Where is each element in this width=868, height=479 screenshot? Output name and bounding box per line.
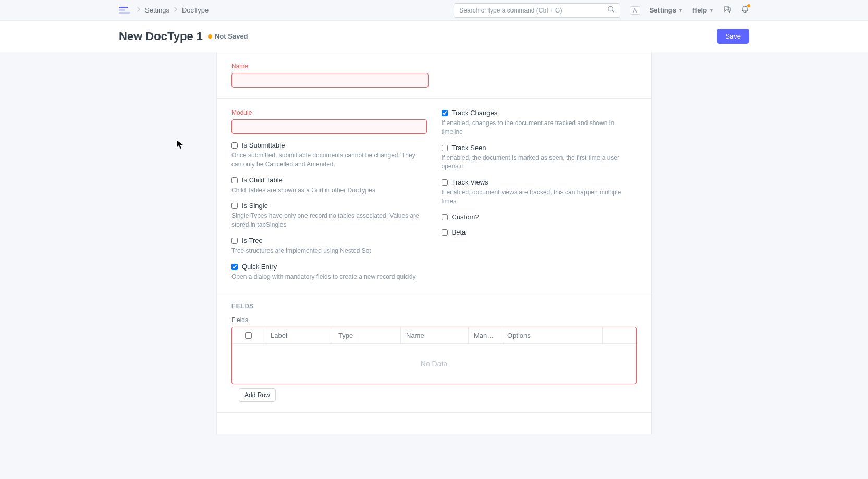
row-is-tree: Is Tree: [231, 237, 427, 244]
label-is-single: Is Single: [242, 202, 268, 210]
search-input[interactable]: [459, 7, 607, 14]
help-is-child-table: Child Tables are shown as a Grid in othe…: [231, 186, 427, 195]
notification-dot: [747, 4, 750, 7]
fields-grid: Label Type Name Manda... Options No Data: [231, 327, 637, 384]
chat-icon[interactable]: [723, 5, 731, 15]
chevron-right-icon: [174, 6, 178, 14]
kbd-shortcut: A: [630, 6, 640, 15]
breadcrumb-doctype[interactable]: DocType: [182, 6, 209, 14]
help-is-single: Single Types have only one record no tab…: [231, 212, 427, 229]
fields-label: Fields: [231, 316, 637, 324]
navbar-right: A Settings ▼ Help ▼: [454, 3, 749, 18]
page-head: New DocType 1 Not Saved Save: [0, 21, 868, 52]
checkbox-track-seen[interactable]: [442, 145, 448, 151]
logo-icon[interactable]: [119, 7, 130, 14]
breadcrumb-settings[interactable]: Settings: [145, 6, 169, 14]
caret-down-icon: ▼: [709, 8, 714, 13]
row-is-submittable: Is Submittable: [231, 141, 427, 149]
label-quick-entry: Quick Entry: [242, 263, 277, 271]
checkbox-custom[interactable]: [442, 214, 448, 220]
section-module: Module Is Submittable Once submitted, su…: [217, 99, 651, 292]
help-track-seen: If enabled, the document is marked as se…: [442, 154, 637, 171]
row-track-changes: Track Changes: [442, 109, 637, 117]
caret-down-icon: ▼: [678, 8, 683, 13]
form-container: Name Module Is Submittable Once submitte…: [216, 52, 652, 434]
checkbox-track-changes[interactable]: [442, 110, 448, 116]
row-custom: Custom?: [442, 213, 637, 221]
help-is-tree: Tree structures are implemented using Ne…: [231, 247, 427, 255]
notification-icon[interactable]: [741, 5, 749, 15]
grid-header-type: Type: [333, 327, 401, 343]
grid-header-action: [603, 327, 636, 343]
navbar-left: Settings DocType: [119, 6, 454, 14]
save-button[interactable]: Save: [717, 29, 749, 44]
grid-header-label: Label: [265, 327, 333, 343]
help-is-submittable: Once submitted, submittable documents ca…: [231, 151, 427, 169]
label-track-views: Track Views: [452, 178, 488, 186]
label-track-changes: Track Changes: [452, 109, 498, 117]
help-track-changes: If enabled, changes to the document are …: [442, 119, 637, 137]
status-dot-icon: [208, 34, 212, 39]
breadcrumb: Settings DocType: [137, 6, 209, 14]
right-column: Track Changes If enabled, changes to the…: [442, 109, 637, 281]
row-track-views: Track Views: [442, 178, 637, 186]
page-title: New DocType 1 Not Saved: [119, 30, 248, 43]
checkbox-is-tree[interactable]: [231, 238, 238, 244]
search-box[interactable]: [454, 3, 620, 18]
checkbox-is-child-table[interactable]: [231, 177, 238, 183]
module-input[interactable]: [231, 119, 427, 134]
grid-header-check: [232, 327, 265, 343]
label-name: Name: [231, 63, 637, 70]
row-beta: Beta: [442, 228, 637, 236]
help-track-views: If enabled, document views are tracked, …: [442, 188, 637, 206]
add-row-button[interactable]: Add Row: [239, 388, 276, 402]
label-custom: Custom?: [452, 213, 479, 221]
status-indicator: Not Saved: [208, 32, 248, 40]
grid-empty: No Data: [232, 344, 636, 384]
nav-settings-label: Settings: [650, 6, 676, 14]
label-beta: Beta: [452, 228, 466, 236]
label-is-tree: Is Tree: [242, 237, 263, 244]
chevron-right-icon: [137, 6, 141, 14]
grid-header-name: Name: [401, 327, 469, 343]
name-input[interactable]: [231, 73, 429, 88]
label-is-child-table: Is Child Table: [242, 176, 283, 184]
fields-heading: FIELDS: [231, 303, 637, 309]
help-quick-entry: Open a dialog with mandatory fields to c…: [231, 273, 427, 281]
section-name: Name: [217, 52, 651, 99]
grid-header: Label Type Name Manda... Options: [232, 327, 636, 344]
checkbox-is-submittable[interactable]: [231, 142, 238, 149]
page-body: Name Module Is Submittable Once submitte…: [0, 52, 868, 434]
label-is-submittable: Is Submittable: [242, 141, 285, 149]
search-icon: [607, 6, 615, 15]
status-text: Not Saved: [215, 32, 248, 40]
label-track-seen: Track Seen: [452, 144, 486, 152]
row-quick-entry: Quick Entry: [231, 263, 427, 271]
grid-select-all-checkbox[interactable]: [245, 332, 252, 339]
row-track-seen: Track Seen: [442, 144, 637, 152]
grid-header-mandatory: Manda...: [469, 327, 502, 343]
checkbox-beta[interactable]: [442, 229, 448, 236]
row-is-child-table: Is Child Table: [231, 176, 427, 184]
section-fields: FIELDS Fields Label Type Name Manda... O…: [217, 292, 651, 413]
label-module: Module: [231, 109, 427, 116]
navbar: Settings DocType A Settings ▼ Help ▼: [0, 0, 868, 21]
section-next: [217, 413, 651, 434]
page-title-text: New DocType 1: [119, 30, 203, 43]
checkbox-quick-entry[interactable]: [231, 264, 238, 270]
nav-settings[interactable]: Settings ▼: [650, 6, 683, 14]
left-column: Module Is Submittable Once submitted, su…: [231, 109, 427, 281]
row-is-single: Is Single: [231, 202, 427, 210]
checkbox-track-views[interactable]: [442, 179, 448, 186]
checkbox-is-single[interactable]: [231, 203, 238, 209]
grid-header-options: Options: [502, 327, 603, 343]
nav-help-label: Help: [692, 6, 707, 14]
nav-help[interactable]: Help ▼: [692, 6, 714, 14]
